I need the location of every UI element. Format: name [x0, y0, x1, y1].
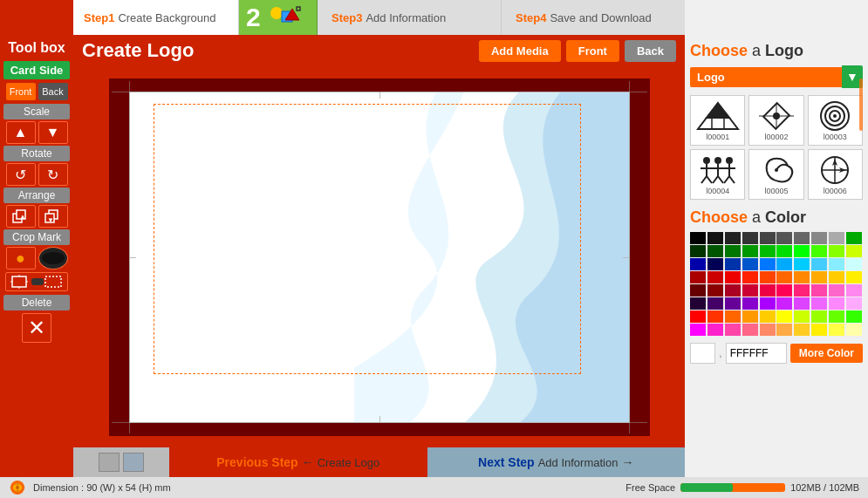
color-cell[interactable]	[829, 297, 844, 310]
prev-step-btn[interactable]: Previous Step ← Create Logo	[169, 447, 427, 477]
color-cell[interactable]	[760, 324, 776, 336]
rotate-ccw-btn[interactable]: ↺	[6, 163, 36, 186]
color-cell[interactable]	[707, 284, 723, 297]
color-cell[interactable]	[690, 245, 706, 257]
color-cell[interactable]	[794, 232, 810, 244]
color-cell[interactable]	[794, 310, 810, 323]
color-cell[interactable]	[690, 310, 706, 323]
color-cell[interactable]	[707, 310, 723, 323]
color-cell[interactable]	[811, 232, 827, 244]
color-cell[interactable]	[760, 232, 776, 244]
color-cell[interactable]	[794, 258, 810, 270]
card-canvas[interactable]	[109, 78, 650, 436]
color-cell[interactable]	[776, 232, 792, 244]
color-cell[interactable]	[742, 258, 758, 270]
arrange-back-btn[interactable]: ▼	[38, 205, 68, 228]
color-swatch[interactable]	[690, 343, 715, 364]
color-cell[interactable]	[707, 258, 723, 270]
logo-item-4[interactable]: l00004	[690, 149, 745, 200]
color-cell[interactable]	[707, 232, 723, 244]
add-media-btn[interactable]: Add Media	[479, 40, 561, 62]
logo-item-5[interactable]: l00005	[748, 149, 803, 200]
color-cell[interactable]	[725, 297, 741, 310]
more-color-btn[interactable]: More Color	[790, 344, 863, 363]
crop-circle-btn[interactable]: ●	[6, 247, 36, 269]
color-cell[interactable]	[707, 245, 723, 257]
logo-item-3[interactable]: l00003	[808, 95, 863, 146]
color-cell[interactable]	[690, 297, 706, 310]
color-cell[interactable]	[846, 284, 862, 297]
color-cell[interactable]	[811, 271, 827, 283]
canvas-back-btn[interactable]: Back	[625, 40, 676, 62]
rotate-cw-btn[interactable]: ↻	[38, 163, 68, 186]
color-cell[interactable]	[846, 232, 862, 244]
color-cell[interactable]	[846, 271, 862, 283]
color-cell[interactable]	[846, 245, 862, 257]
color-cell[interactable]	[707, 297, 723, 310]
color-cell[interactable]	[811, 297, 827, 310]
color-cell[interactable]	[742, 232, 758, 244]
color-cell[interactable]	[760, 271, 776, 283]
color-cell[interactable]	[846, 310, 862, 323]
logo-item-6[interactable]: l00006	[808, 149, 863, 200]
scale-down-btn[interactable]: ▼	[38, 121, 68, 144]
color-cell[interactable]	[725, 271, 741, 283]
color-cell[interactable]	[725, 245, 741, 257]
color-cell[interactable]	[829, 258, 844, 270]
color-cell[interactable]	[776, 271, 792, 283]
color-cell[interactable]	[776, 324, 792, 336]
color-cell[interactable]	[776, 310, 792, 323]
color-cell[interactable]	[794, 324, 810, 336]
color-cell[interactable]	[811, 310, 827, 323]
logo-item-2[interactable]: l00002	[748, 95, 803, 146]
color-cell[interactable]	[776, 284, 792, 297]
color-hex-input[interactable]	[726, 343, 787, 364]
color-cell[interactable]	[760, 245, 776, 257]
color-cell[interactable]	[690, 271, 706, 283]
color-cell[interactable]	[707, 271, 723, 283]
color-cell[interactable]	[725, 310, 741, 323]
card-side-btn[interactable]: Card Side	[3, 61, 70, 79]
color-cell[interactable]	[846, 324, 862, 336]
color-cell[interactable]	[760, 258, 776, 270]
color-cell[interactable]	[742, 297, 758, 310]
delete-btn[interactable]: ✕	[22, 313, 51, 343]
color-cell[interactable]	[707, 324, 723, 336]
front-btn[interactable]: Front	[6, 83, 36, 100]
logo-item-1[interactable]: l00001	[690, 95, 745, 146]
color-cell[interactable]	[742, 324, 758, 336]
color-cell[interactable]	[811, 284, 827, 297]
logo-dropdown[interactable]: Logo	[690, 67, 842, 87]
color-cell[interactable]	[760, 284, 776, 297]
color-cell[interactable]	[725, 324, 741, 336]
color-cell[interactable]	[794, 245, 810, 257]
card-design[interactable]	[129, 92, 630, 423]
color-cell[interactable]	[760, 297, 776, 310]
arrange-front-btn[interactable]: ▲	[6, 205, 36, 228]
color-cell[interactable]	[725, 232, 741, 244]
color-cell[interactable]	[829, 310, 844, 323]
color-cell[interactable]	[811, 245, 827, 257]
color-cell[interactable]	[829, 245, 844, 257]
next-step-btn[interactable]: Next Step Add Information →	[427, 447, 686, 477]
color-cell[interactable]	[829, 324, 844, 336]
color-cell[interactable]	[846, 258, 862, 270]
color-cell[interactable]	[690, 284, 706, 297]
color-cell[interactable]	[811, 324, 827, 336]
color-cell[interactable]	[690, 232, 706, 244]
crop-ellipse-btn[interactable]	[38, 247, 68, 269]
color-cell[interactable]	[690, 258, 706, 270]
color-cell[interactable]	[776, 297, 792, 310]
crop-mark-inner-btn[interactable]	[5, 272, 68, 291]
back-btn[interactable]: Back	[38, 83, 68, 100]
color-cell[interactable]	[742, 310, 758, 323]
color-cell[interactable]	[829, 284, 844, 297]
color-cell[interactable]	[742, 284, 758, 297]
canvas-front-btn[interactable]: Front	[566, 40, 619, 62]
color-cell[interactable]	[811, 258, 827, 270]
color-cell[interactable]	[794, 271, 810, 283]
color-cell[interactable]	[742, 271, 758, 283]
color-cell[interactable]	[742, 245, 758, 257]
color-cell[interactable]	[829, 232, 844, 244]
color-cell[interactable]	[794, 297, 810, 310]
